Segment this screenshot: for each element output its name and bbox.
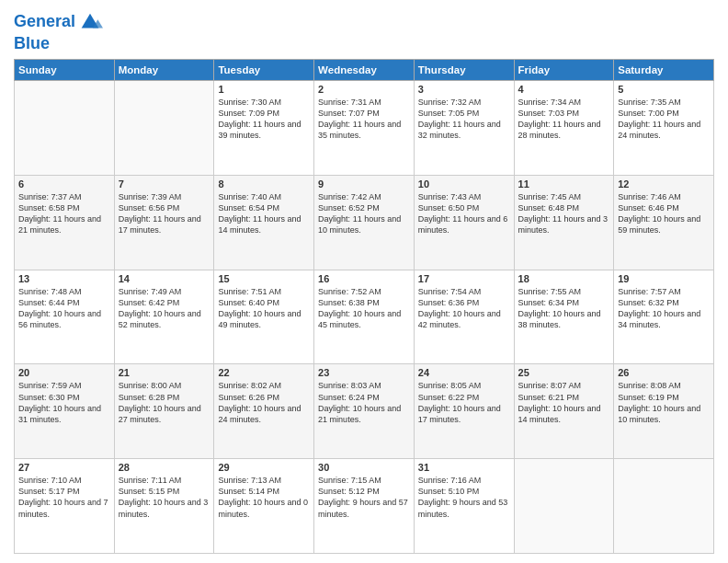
day-info: Sunrise: 7:45 AM Sunset: 6:48 PM Dayligh… — [518, 191, 610, 236]
day-number: 9 — [318, 178, 410, 190]
calendar-cell — [15, 81, 115, 176]
day-info: Sunrise: 8:08 AM Sunset: 6:19 PM Dayligh… — [618, 380, 710, 425]
day-number: 3 — [418, 84, 510, 95]
calendar-cell: 1Sunrise: 7:30 AM Sunset: 7:09 PM Daylig… — [214, 81, 314, 176]
calendar-cell: 5Sunrise: 7:35 AM Sunset: 7:00 PM Daylig… — [614, 81, 714, 176]
calendar-cell: 24Sunrise: 8:05 AM Sunset: 6:22 PM Dayli… — [414, 364, 514, 459]
calendar-cell: 21Sunrise: 8:00 AM Sunset: 6:28 PM Dayli… — [114, 364, 214, 459]
day-info: Sunrise: 7:52 AM Sunset: 6:38 PM Dayligh… — [318, 286, 410, 331]
calendar-cell: 22Sunrise: 8:02 AM Sunset: 6:26 PM Dayli… — [214, 364, 314, 459]
header: General Blue — [14, 9, 714, 52]
calendar-cell: 2Sunrise: 7:31 AM Sunset: 7:07 PM Daylig… — [314, 81, 415, 176]
day-number: 2 — [318, 84, 410, 95]
calendar-cell: 14Sunrise: 7:49 AM Sunset: 6:42 PM Dayli… — [114, 270, 214, 364]
day-info: Sunrise: 7:49 AM Sunset: 6:42 PM Dayligh… — [119, 286, 210, 331]
day-info: Sunrise: 7:30 AM Sunset: 7:09 PM Dayligh… — [218, 97, 310, 142]
calendar-cell: 31Sunrise: 7:16 AM Sunset: 5:10 PM Dayli… — [414, 459, 514, 554]
calendar-cell: 10Sunrise: 7:43 AM Sunset: 6:50 PM Dayli… — [414, 175, 514, 270]
day-info: Sunrise: 7:34 AM Sunset: 7:03 PM Dayligh… — [518, 97, 610, 142]
day-info: Sunrise: 7:43 AM Sunset: 6:50 PM Dayligh… — [418, 191, 510, 236]
weekday-sunday: Sunday — [15, 60, 115, 81]
day-number: 28 — [119, 462, 210, 473]
day-number: 17 — [418, 273, 510, 284]
weekday-wednesday: Wednesday — [314, 60, 415, 81]
day-number: 8 — [218, 178, 310, 190]
day-info: Sunrise: 7:55 AM Sunset: 6:34 PM Dayligh… — [518, 286, 610, 331]
calendar-table: SundayMondayTuesdayWednesdayThursdayFrid… — [14, 59, 714, 554]
day-number: 16 — [318, 273, 410, 284]
calendar-cell: 15Sunrise: 7:51 AM Sunset: 6:40 PM Dayli… — [214, 270, 314, 364]
calendar-cell: 13Sunrise: 7:48 AM Sunset: 6:44 PM Dayli… — [15, 270, 115, 364]
day-number: 31 — [418, 462, 510, 473]
day-info: Sunrise: 8:00 AM Sunset: 6:28 PM Dayligh… — [119, 380, 210, 425]
day-info: Sunrise: 7:11 AM Sunset: 5:15 PM Dayligh… — [119, 475, 210, 520]
calendar-cell: 11Sunrise: 7:45 AM Sunset: 6:48 PM Dayli… — [514, 175, 614, 270]
day-number: 10 — [418, 178, 510, 190]
day-info: Sunrise: 8:05 AM Sunset: 6:22 PM Dayligh… — [418, 380, 510, 425]
calendar-cell: 8Sunrise: 7:40 AM Sunset: 6:54 PM Daylig… — [214, 175, 314, 270]
day-number: 5 — [618, 84, 710, 95]
calendar-cell: 16Sunrise: 7:52 AM Sunset: 6:38 PM Dayli… — [314, 270, 415, 364]
day-number: 1 — [218, 84, 310, 95]
calendar-cell: 25Sunrise: 8:07 AM Sunset: 6:21 PM Dayli… — [514, 364, 614, 459]
day-number: 29 — [218, 462, 310, 473]
day-info: Sunrise: 7:51 AM Sunset: 6:40 PM Dayligh… — [218, 286, 310, 331]
day-number: 20 — [18, 367, 110, 378]
day-number: 19 — [618, 273, 710, 284]
day-number: 27 — [18, 462, 110, 473]
calendar-cell: 9Sunrise: 7:42 AM Sunset: 6:52 PM Daylig… — [314, 175, 415, 270]
day-info: Sunrise: 8:07 AM Sunset: 6:21 PM Dayligh… — [518, 380, 610, 425]
calendar-cell: 18Sunrise: 7:55 AM Sunset: 6:34 PM Dayli… — [514, 270, 614, 364]
day-number: 14 — [119, 273, 210, 284]
calendar-cell: 3Sunrise: 7:32 AM Sunset: 7:05 PM Daylig… — [414, 81, 514, 176]
week-row-5: 27Sunrise: 7:10 AM Sunset: 5:17 PM Dayli… — [15, 459, 714, 554]
calendar-cell: 6Sunrise: 7:37 AM Sunset: 6:58 PM Daylig… — [15, 175, 115, 270]
day-info: Sunrise: 7:39 AM Sunset: 6:56 PM Dayligh… — [119, 191, 210, 236]
weekday-thursday: Thursday — [414, 60, 514, 81]
calendar-cell: 23Sunrise: 8:03 AM Sunset: 6:24 PM Dayli… — [314, 364, 415, 459]
calendar-cell — [114, 81, 214, 176]
day-number: 7 — [119, 178, 210, 190]
day-info: Sunrise: 7:48 AM Sunset: 6:44 PM Dayligh… — [18, 286, 110, 331]
week-row-1: 1Sunrise: 7:30 AM Sunset: 7:09 PM Daylig… — [15, 81, 714, 176]
logo: General Blue — [14, 9, 103, 52]
day-info: Sunrise: 8:02 AM Sunset: 6:26 PM Dayligh… — [218, 380, 310, 425]
day-number: 22 — [218, 367, 310, 378]
calendar-cell: 30Sunrise: 7:15 AM Sunset: 5:12 PM Dayli… — [314, 459, 415, 554]
day-number: 6 — [18, 178, 110, 190]
logo-icon — [77, 9, 103, 35]
day-info: Sunrise: 7:10 AM Sunset: 5:17 PM Dayligh… — [18, 475, 110, 520]
calendar-cell: 29Sunrise: 7:13 AM Sunset: 5:14 PM Dayli… — [214, 459, 314, 554]
day-info: Sunrise: 8:03 AM Sunset: 6:24 PM Dayligh… — [318, 380, 410, 425]
calendar-cell — [514, 459, 614, 554]
day-info: Sunrise: 7:37 AM Sunset: 6:58 PM Dayligh… — [18, 191, 110, 236]
day-number: 18 — [518, 273, 610, 284]
day-number: 23 — [318, 367, 410, 378]
day-info: Sunrise: 7:54 AM Sunset: 6:36 PM Dayligh… — [418, 286, 510, 331]
day-info: Sunrise: 7:15 AM Sunset: 5:12 PM Dayligh… — [318, 475, 410, 520]
logo-text: General — [14, 13, 75, 31]
day-info: Sunrise: 7:13 AM Sunset: 5:14 PM Dayligh… — [218, 475, 310, 520]
day-info: Sunrise: 7:59 AM Sunset: 6:30 PM Dayligh… — [18, 380, 110, 425]
week-row-3: 13Sunrise: 7:48 AM Sunset: 6:44 PM Dayli… — [15, 270, 714, 364]
day-info: Sunrise: 7:31 AM Sunset: 7:07 PM Dayligh… — [318, 97, 410, 142]
day-number: 4 — [518, 84, 610, 95]
calendar-cell: 7Sunrise: 7:39 AM Sunset: 6:56 PM Daylig… — [114, 175, 214, 270]
calendar-cell: 17Sunrise: 7:54 AM Sunset: 6:36 PM Dayli… — [414, 270, 514, 364]
weekday-header-row: SundayMondayTuesdayWednesdayThursdayFrid… — [15, 60, 714, 81]
day-number: 12 — [618, 178, 710, 190]
day-info: Sunrise: 7:46 AM Sunset: 6:46 PM Dayligh… — [618, 191, 710, 236]
calendar-cell — [614, 459, 714, 554]
week-row-2: 6Sunrise: 7:37 AM Sunset: 6:58 PM Daylig… — [15, 175, 714, 270]
day-info: Sunrise: 7:42 AM Sunset: 6:52 PM Dayligh… — [318, 191, 410, 236]
calendar-cell: 28Sunrise: 7:11 AM Sunset: 5:15 PM Dayli… — [114, 459, 214, 554]
calendar-cell: 4Sunrise: 7:34 AM Sunset: 7:03 PM Daylig… — [514, 81, 614, 176]
day-number: 21 — [119, 367, 210, 378]
weekday-monday: Monday — [114, 60, 214, 81]
calendar-cell: 19Sunrise: 7:57 AM Sunset: 6:32 PM Dayli… — [614, 270, 714, 364]
day-number: 30 — [318, 462, 410, 473]
week-row-4: 20Sunrise: 7:59 AM Sunset: 6:30 PM Dayli… — [15, 364, 714, 459]
calendar-cell: 26Sunrise: 8:08 AM Sunset: 6:19 PM Dayli… — [614, 364, 714, 459]
weekday-friday: Friday — [514, 60, 614, 81]
calendar-cell: 12Sunrise: 7:46 AM Sunset: 6:46 PM Dayli… — [614, 175, 714, 270]
